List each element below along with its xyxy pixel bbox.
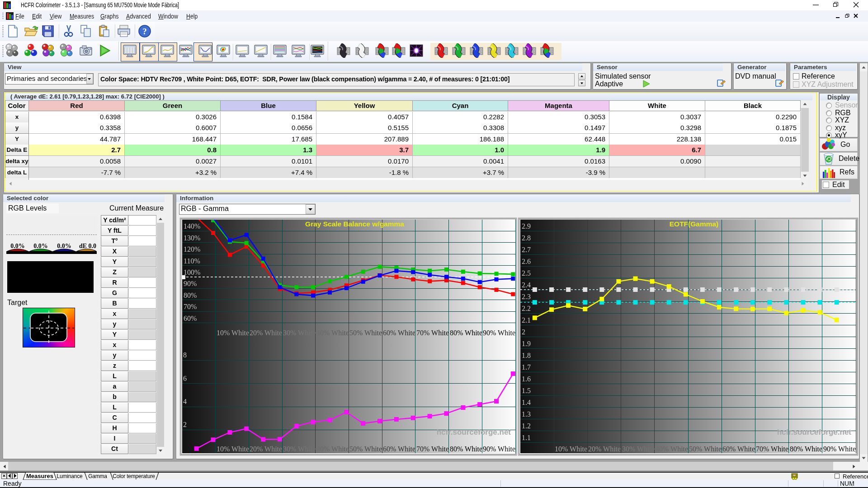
svg-text:10% White: 10% White (217, 329, 249, 337)
svg-text:2.6: 2.6 (522, 258, 531, 265)
svg-text:2.7: 2.7 (522, 246, 531, 253)
svg-text:1.1: 1.1 (522, 434, 531, 441)
svg-text:30% White: 30% White (283, 329, 316, 337)
svg-text:40% White: 40% White (656, 445, 688, 453)
svg-text:70% White: 70% White (756, 445, 788, 453)
svg-text:2.9: 2.9 (522, 222, 531, 230)
svg-text:2.4: 2.4 (522, 281, 531, 289)
svg-text:0.0%: 0.0% (57, 243, 71, 249)
svg-text:80% White: 80% White (450, 445, 482, 453)
svg-text:100%: 100% (184, 268, 200, 276)
svg-text:130%: 130% (184, 234, 200, 242)
svg-text:6: 6 (183, 375, 187, 382)
svg-text:40% White: 40% White (316, 445, 349, 453)
svg-text:1.6: 1.6 (522, 375, 531, 383)
svg-text:1.9: 1.9 (522, 340, 531, 347)
svg-text:2.1: 2.1 (522, 316, 531, 324)
svg-text:hcfr.sourceforge.net: hcfr.sourceforge.net (777, 428, 852, 436)
svg-text:1.5: 1.5 (522, 387, 531, 394)
svg-text:Gamma: Gamma (88, 473, 107, 479)
svg-text:?: ? (142, 27, 147, 36)
svg-text:20% White: 20% White (250, 445, 282, 453)
svg-text:90% White: 90% White (823, 445, 856, 453)
svg-text:0.0%: 0.0% (10, 243, 25, 249)
svg-text:70%: 70% (184, 303, 197, 310)
svg-text:10% White: 10% White (217, 445, 249, 453)
svg-text:20% White: 20% White (588, 445, 621, 453)
svg-text:20% White: 20% White (250, 329, 282, 337)
svg-text:0.0%: 0.0% (33, 243, 48, 249)
svg-text:8: 8 (183, 351, 187, 359)
svg-text:1.7: 1.7 (522, 363, 531, 371)
svg-text:60% White: 60% White (383, 445, 415, 453)
svg-text:4: 4 (183, 398, 187, 405)
svg-text:60% White: 60% White (383, 329, 415, 337)
svg-text:2.3: 2.3 (522, 293, 531, 300)
svg-text:80% White: 80% White (790, 445, 822, 453)
svg-text:hcfr.sourceforge.net: hcfr.sourceforge.net (437, 428, 511, 436)
svg-text:50% White: 50% White (349, 445, 382, 453)
svg-text:Gray Scale Balance w/gamma: Gray Scale Balance w/gamma (305, 220, 404, 228)
svg-text:30% White: 30% White (622, 445, 655, 453)
svg-text:10% White: 10% White (555, 445, 587, 453)
svg-text:60% White: 60% White (722, 445, 755, 453)
svg-text:30% White: 30% White (283, 445, 316, 453)
svg-text:Measures: Measures (26, 473, 53, 479)
svg-text:2.5: 2.5 (522, 269, 531, 277)
svg-text:110%: 110% (184, 257, 200, 265)
svg-text:90% White: 90% White (483, 329, 515, 337)
svg-text:1.2: 1.2 (522, 422, 531, 430)
svg-text:1.4: 1.4 (522, 399, 531, 406)
svg-text:120%: 120% (184, 245, 200, 253)
svg-text:Luminance: Luminance (57, 473, 83, 479)
svg-text:80% White: 80% White (450, 329, 482, 337)
svg-text:1.8: 1.8 (522, 352, 531, 359)
svg-text:140%: 140% (184, 222, 200, 230)
svg-text:2: 2 (522, 328, 525, 336)
svg-text:2.8: 2.8 (522, 234, 531, 242)
svg-text:2.2: 2.2 (522, 305, 531, 312)
svg-text:70% White: 70% White (416, 329, 449, 337)
svg-text:Color temperature: Color temperature (113, 473, 155, 479)
svg-text:1.3: 1.3 (522, 410, 531, 418)
svg-text:70% White: 70% White (416, 445, 449, 453)
svg-text:dE 0.0: dE 0.0 (79, 243, 96, 249)
svg-text:40% White: 40% White (316, 329, 349, 337)
svg-text:80%: 80% (184, 291, 197, 299)
svg-text:2: 2 (183, 421, 187, 428)
svg-text:90% White: 90% White (483, 445, 515, 453)
svg-text:50% White: 50% White (689, 445, 722, 453)
svg-text:EOTF(Gamma): EOTF(Gamma) (670, 220, 719, 228)
svg-text:50% White: 50% White (349, 329, 382, 337)
svg-text:60%: 60% (184, 314, 197, 322)
svg-text:90%: 90% (184, 280, 197, 287)
